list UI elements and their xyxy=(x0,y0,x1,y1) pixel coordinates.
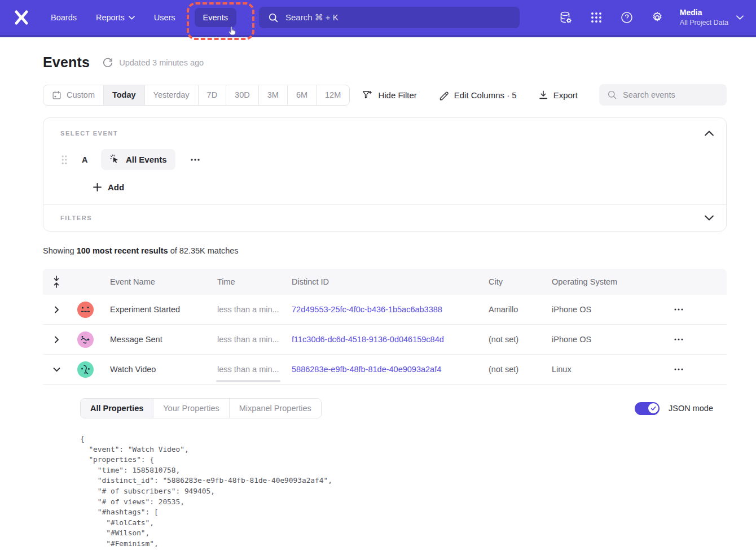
controls-row: Custom Today Yesterday 7D 30D 3M 6M 12M … xyxy=(43,84,727,106)
tab-your-properties[interactable]: Your Properties xyxy=(153,399,229,418)
toggle-thumb xyxy=(648,403,658,413)
cell-os: iPhone OS xyxy=(552,335,631,344)
table-header-row: Event Name Time Distinct ID City Operati… xyxy=(43,269,727,295)
page-title: Events xyxy=(43,54,90,71)
data-management-icon[interactable] xyxy=(559,11,573,24)
download-icon xyxy=(538,90,548,100)
query-builder-card: SELECT EVENT A All Events xyxy=(43,117,727,232)
cell-time: less than a min... xyxy=(217,305,292,314)
cell-time: less than a min... xyxy=(217,365,292,374)
nav-item-boards[interactable]: Boards xyxy=(51,13,77,22)
row-more-options-icon[interactable] xyxy=(674,368,684,371)
table-row[interactable]: Message Sent less than a min... f11c30d6… xyxy=(43,325,727,355)
nav-item-users[interactable]: Users xyxy=(154,13,175,22)
column-header-city: City xyxy=(489,277,552,286)
apps-grid-icon[interactable] xyxy=(590,11,603,24)
edit-columns-button[interactable]: Edit Columns · 5 xyxy=(438,90,517,101)
tab-mixpanel-properties[interactable]: Mixpanel Properties xyxy=(230,399,321,418)
cell-os: iPhone OS xyxy=(552,305,631,314)
cell-os: Linux xyxy=(552,365,631,374)
date-range-control: Custom Today Yesterday 7D 30D 3M 6M 12M xyxy=(43,85,350,106)
json-mode-label: JSON mode xyxy=(669,404,713,413)
properties-tabs: All Properties Your Properties Mixpanel … xyxy=(80,398,322,418)
collapse-row-icon[interactable] xyxy=(53,366,60,373)
tab-all-properties[interactable]: All Properties xyxy=(81,399,153,418)
row-more-options-icon[interactable] xyxy=(674,338,684,341)
mixpanel-logo-icon[interactable] xyxy=(11,8,32,27)
nav-item-reports[interactable]: Reports xyxy=(96,13,135,22)
avatar-face xyxy=(77,331,94,348)
refresh-icon[interactable] xyxy=(102,57,113,68)
org-name: Media xyxy=(680,7,728,18)
row-more-options-icon[interactable] xyxy=(674,308,684,311)
filter-funnel-icon xyxy=(362,89,373,101)
event-avatar xyxy=(77,331,94,348)
cell-event-name: Experiment Started xyxy=(100,305,217,314)
json-mode-control: JSON mode xyxy=(635,402,713,415)
drag-handle-icon[interactable] xyxy=(60,155,68,165)
select-event-section: SELECT EVENT A All Events xyxy=(43,118,726,204)
project-selector[interactable]: Media All Project Data xyxy=(680,7,744,27)
filters-section-header[interactable]: FILTERS xyxy=(43,204,726,231)
plus-icon xyxy=(93,183,102,191)
cell-city: (not set) xyxy=(489,365,552,374)
project-name: All Project Data xyxy=(680,18,728,27)
events-table: Event Name Time Distinct ID City Operati… xyxy=(43,269,727,550)
hide-filter-button[interactable]: Hide Filter xyxy=(362,89,416,101)
date-option-yesterday[interactable]: Yesterday xyxy=(145,85,199,105)
cell-distinct-id[interactable]: f11c30d6-dc6d-4518-9136-0d046159c84d xyxy=(292,335,489,344)
avatar-face xyxy=(77,302,94,318)
search-icon xyxy=(268,12,279,23)
cell-time: less than a min... xyxy=(217,335,292,344)
main-content: Events Updated 3 minutes ago Custom Toda… xyxy=(0,54,756,550)
column-header-os: Operating System xyxy=(552,277,631,286)
cell-distinct-id[interactable]: 5886283e-e9fb-48fb-81de-40e9093a2af4 xyxy=(292,365,489,374)
expand-row-icon[interactable] xyxy=(53,336,60,343)
date-option-custom[interactable]: Custom xyxy=(43,85,104,105)
date-option-30d[interactable]: 30D xyxy=(226,85,259,105)
event-detail-panel: All Properties Your Properties Mixpanel … xyxy=(43,385,727,550)
collapse-expand-all-icon[interactable] xyxy=(52,276,60,288)
global-search-input[interactable]: Search ⌘ + K xyxy=(259,7,520,28)
nav-item-events[interactable]: Events xyxy=(195,8,236,27)
search-icon xyxy=(607,90,617,100)
event-more-options-icon[interactable] xyxy=(190,158,200,161)
help-icon[interactable] xyxy=(620,11,634,24)
date-option-7d[interactable]: 7D xyxy=(199,85,227,105)
cell-city: (not set) xyxy=(489,335,552,344)
calendar-icon xyxy=(52,90,61,100)
global-search-placeholder: Search ⌘ + K xyxy=(285,12,339,23)
date-option-today[interactable]: Today xyxy=(104,85,145,105)
check-icon xyxy=(650,405,657,412)
event-selector-chip[interactable]: All Events xyxy=(101,149,175,170)
date-option-6m[interactable]: 6M xyxy=(288,85,317,105)
expand-section-icon[interactable] xyxy=(705,213,714,222)
column-header-event-name: Event Name xyxy=(100,277,217,286)
table-row-expanded[interactable]: Watch Video less than a min... 5886283e-… xyxy=(43,355,727,385)
navbar-right-group: Media All Project Data xyxy=(559,7,744,27)
add-event-button[interactable]: Add xyxy=(93,182,124,192)
table-row[interactable]: Experiment Started less than a min... 72… xyxy=(43,295,727,325)
event-avatar xyxy=(77,361,94,378)
search-events-input[interactable]: Search events xyxy=(599,84,727,106)
avatar-face xyxy=(77,361,94,378)
chevron-down-icon xyxy=(129,16,135,20)
expand-row-icon[interactable] xyxy=(53,306,60,313)
date-option-3m[interactable]: 3M xyxy=(259,85,288,105)
date-option-12m[interactable]: 12M xyxy=(317,85,349,105)
table-toolbar: Hide Filter Edit Columns · 5 Export xyxy=(362,89,578,101)
search-events-placeholder: Search events xyxy=(623,90,675,99)
settings-gear-icon[interactable] xyxy=(650,11,664,24)
horizontal-scrollbar[interactable] xyxy=(216,380,280,382)
collapse-section-icon[interactable] xyxy=(705,129,714,138)
cell-distinct-id[interactable]: 72d49553-25fc-4f0c-b436-1b5ac6ab3388 xyxy=(292,305,489,314)
cell-event-name: Watch Video xyxy=(100,365,217,374)
cell-event-name: Message Sent xyxy=(100,335,217,344)
export-button[interactable]: Export xyxy=(538,90,578,100)
sparkle-cursor-icon xyxy=(109,154,120,165)
event-query-row: A All Events xyxy=(60,149,714,170)
pencil-icon xyxy=(438,90,449,101)
filters-label: FILTERS xyxy=(60,215,92,221)
json-mode-toggle[interactable] xyxy=(635,402,660,415)
event-avatar xyxy=(77,302,94,318)
